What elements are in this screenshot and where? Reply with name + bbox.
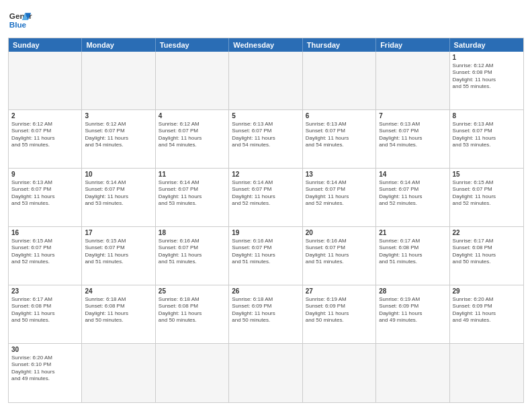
day-info: Sunrise: 6:18 AM Sunset: 6:08 PM Dayligh… <box>85 296 152 324</box>
day-info: Sunrise: 6:19 AM Sunset: 6:09 PM Dayligh… <box>379 296 446 324</box>
day-cell <box>303 344 376 402</box>
day-cell: 14Sunrise: 6:14 AM Sunset: 6:07 PM Dayli… <box>376 169 449 226</box>
day-cell: 28Sunrise: 6:19 AM Sunset: 6:09 PM Dayli… <box>376 285 449 343</box>
day-number: 6 <box>306 112 373 120</box>
day-number: 20 <box>306 229 373 236</box>
day-number: 27 <box>306 287 373 295</box>
day-number: 28 <box>379 287 446 295</box>
day-number: 14 <box>379 171 446 178</box>
calendar: SundayMondayTuesdayWednesdayThursdayFrid… <box>8 38 524 403</box>
day-header-wednesday: Wednesday <box>229 38 302 52</box>
day-header-sunday: Sunday <box>9 38 82 52</box>
day-info: Sunrise: 6:12 AM Sunset: 6:07 PM Dayligh… <box>85 121 152 149</box>
day-cell: 24Sunrise: 6:18 AM Sunset: 6:08 PM Dayli… <box>82 285 155 343</box>
day-info: Sunrise: 6:18 AM Sunset: 6:08 PM Dayligh… <box>159 296 226 324</box>
day-header-thursday: Thursday <box>303 38 376 52</box>
week-row-2: 9Sunrise: 6:13 AM Sunset: 6:07 PM Daylig… <box>9 169 523 227</box>
day-number: 17 <box>85 229 152 236</box>
day-cell: 23Sunrise: 6:17 AM Sunset: 6:08 PM Dayli… <box>9 285 82 343</box>
day-info: Sunrise: 6:12 AM Sunset: 6:07 PM Dayligh… <box>159 121 226 149</box>
day-number: 21 <box>379 229 446 236</box>
day-cell: 30Sunrise: 6:20 AM Sunset: 6:10 PM Dayli… <box>9 344 82 402</box>
day-cell: 12Sunrise: 6:14 AM Sunset: 6:07 PM Dayli… <box>229 169 302 226</box>
day-number: 4 <box>159 112 226 120</box>
calendar-grid: 1Sunrise: 6:12 AM Sunset: 6:08 PM Daylig… <box>9 52 523 402</box>
day-cell <box>156 344 229 402</box>
day-number: 5 <box>232 112 299 120</box>
day-info: Sunrise: 6:12 AM Sunset: 6:08 PM Dayligh… <box>453 62 521 91</box>
day-number: 23 <box>11 287 79 295</box>
day-cell <box>376 52 449 109</box>
day-cell: 2Sunrise: 6:12 AM Sunset: 6:07 PM Daylig… <box>9 110 82 168</box>
logo-icon: General Blue <box>8 8 32 32</box>
day-cell: 22Sunrise: 6:17 AM Sunset: 6:08 PM Dayli… <box>450 227 523 285</box>
week-row-1: 2Sunrise: 6:12 AM Sunset: 6:07 PM Daylig… <box>9 110 523 169</box>
day-info: Sunrise: 6:16 AM Sunset: 6:07 PM Dayligh… <box>306 238 373 266</box>
day-info: Sunrise: 6:14 AM Sunset: 6:07 PM Dayligh… <box>232 179 299 208</box>
day-info: Sunrise: 6:13 AM Sunset: 6:07 PM Dayligh… <box>11 179 79 208</box>
day-cell <box>229 52 302 109</box>
day-info: Sunrise: 6:16 AM Sunset: 6:07 PM Dayligh… <box>232 238 299 266</box>
day-cell: 26Sunrise: 6:18 AM Sunset: 6:09 PM Dayli… <box>229 285 302 343</box>
day-cell: 7Sunrise: 6:13 AM Sunset: 6:07 PM Daylig… <box>376 110 449 168</box>
day-number: 29 <box>453 287 521 295</box>
svg-text:Blue: Blue <box>9 20 27 29</box>
day-info: Sunrise: 6:14 AM Sunset: 6:07 PM Dayligh… <box>379 179 446 208</box>
week-row-4: 23Sunrise: 6:17 AM Sunset: 6:08 PM Dayli… <box>9 285 523 344</box>
day-cell: 8Sunrise: 6:13 AM Sunset: 6:07 PM Daylig… <box>450 110 523 168</box>
week-row-5: 30Sunrise: 6:20 AM Sunset: 6:10 PM Dayli… <box>9 344 523 402</box>
day-cell: 18Sunrise: 6:16 AM Sunset: 6:07 PM Dayli… <box>156 227 229 285</box>
page: General Blue SundayMondayTuesdayWednesda… <box>0 0 532 411</box>
day-number: 9 <box>11 171 79 178</box>
day-cell <box>82 52 155 109</box>
day-cell: 10Sunrise: 6:14 AM Sunset: 6:07 PM Dayli… <box>82 169 155 226</box>
day-cell: 17Sunrise: 6:15 AM Sunset: 6:07 PM Dayli… <box>82 227 155 285</box>
day-info: Sunrise: 6:20 AM Sunset: 6:10 PM Dayligh… <box>11 355 79 383</box>
day-number: 19 <box>232 229 299 236</box>
day-number: 30 <box>11 346 79 353</box>
day-cell: 29Sunrise: 6:20 AM Sunset: 6:09 PM Dayli… <box>450 285 523 343</box>
day-number: 12 <box>232 171 299 178</box>
logo: General Blue <box>8 8 32 32</box>
day-number: 13 <box>306 171 373 178</box>
day-info: Sunrise: 6:18 AM Sunset: 6:09 PM Dayligh… <box>232 296 299 324</box>
day-number: 2 <box>11 112 79 120</box>
day-cell <box>303 52 376 109</box>
day-cell: 21Sunrise: 6:17 AM Sunset: 6:08 PM Dayli… <box>376 227 449 285</box>
day-number: 15 <box>453 171 521 178</box>
day-cell: 20Sunrise: 6:16 AM Sunset: 6:07 PM Dayli… <box>303 227 376 285</box>
day-info: Sunrise: 6:14 AM Sunset: 6:07 PM Dayligh… <box>85 179 152 208</box>
day-header-friday: Friday <box>376 38 449 52</box>
day-cell: 9Sunrise: 6:13 AM Sunset: 6:07 PM Daylig… <box>9 169 82 226</box>
day-number: 11 <box>159 171 226 178</box>
day-info: Sunrise: 6:14 AM Sunset: 6:07 PM Dayligh… <box>306 179 373 208</box>
day-info: Sunrise: 6:14 AM Sunset: 6:07 PM Dayligh… <box>159 179 226 208</box>
week-row-3: 16Sunrise: 6:15 AM Sunset: 6:07 PM Dayli… <box>9 227 523 285</box>
day-info: Sunrise: 6:17 AM Sunset: 6:08 PM Dayligh… <box>453 238 521 266</box>
day-number: 25 <box>159 287 226 295</box>
day-header-monday: Monday <box>82 38 155 52</box>
day-number: 26 <box>232 287 299 295</box>
day-cell: 15Sunrise: 6:15 AM Sunset: 6:07 PM Dayli… <box>450 169 523 226</box>
day-number: 1 <box>453 54 521 61</box>
day-info: Sunrise: 6:17 AM Sunset: 6:08 PM Dayligh… <box>379 238 446 266</box>
day-info: Sunrise: 6:13 AM Sunset: 6:07 PM Dayligh… <box>379 121 446 149</box>
day-cell: 13Sunrise: 6:14 AM Sunset: 6:07 PM Dayli… <box>303 169 376 226</box>
day-headers: SundayMondayTuesdayWednesdayThursdayFrid… <box>9 38 523 52</box>
day-cell <box>376 344 449 402</box>
day-number: 3 <box>85 112 152 120</box>
day-number: 8 <box>453 112 521 120</box>
day-cell: 6Sunrise: 6:13 AM Sunset: 6:07 PM Daylig… <box>303 110 376 168</box>
day-info: Sunrise: 6:15 AM Sunset: 6:07 PM Dayligh… <box>11 238 79 266</box>
day-cell <box>229 344 302 402</box>
day-info: Sunrise: 6:13 AM Sunset: 6:07 PM Dayligh… <box>453 121 521 149</box>
day-info: Sunrise: 6:20 AM Sunset: 6:09 PM Dayligh… <box>453 296 521 324</box>
day-cell: 16Sunrise: 6:15 AM Sunset: 6:07 PM Dayli… <box>9 227 82 285</box>
day-info: Sunrise: 6:12 AM Sunset: 6:07 PM Dayligh… <box>11 121 79 149</box>
day-cell <box>9 52 82 109</box>
day-header-tuesday: Tuesday <box>156 38 229 52</box>
day-cell: 11Sunrise: 6:14 AM Sunset: 6:07 PM Dayli… <box>156 169 229 226</box>
day-cell: 25Sunrise: 6:18 AM Sunset: 6:08 PM Dayli… <box>156 285 229 343</box>
day-cell: 27Sunrise: 6:19 AM Sunset: 6:09 PM Dayli… <box>303 285 376 343</box>
day-cell: 3Sunrise: 6:12 AM Sunset: 6:07 PM Daylig… <box>82 110 155 168</box>
